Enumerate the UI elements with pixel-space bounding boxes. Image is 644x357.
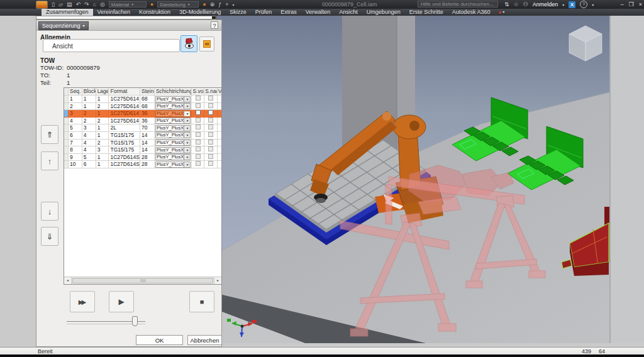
s-vor-checkbox[interactable] xyxy=(196,96,201,101)
s-nach-checkbox[interactable] xyxy=(208,161,213,166)
dialog-help-button[interactable]: ? xyxy=(211,21,218,29)
move-to-top-button[interactable]: ⇑ xyxy=(41,125,58,144)
tab-pruefen[interactable]: Prüfen xyxy=(251,9,277,16)
s-vor-checkbox[interactable] xyxy=(196,154,201,159)
col-schichtrichtung[interactable]: Schichtrichtung xyxy=(155,88,192,96)
tab-skizze[interactable]: Skizze xyxy=(225,9,251,16)
restore-button[interactable]: ❐ xyxy=(629,1,634,8)
col-lage[interactable]: Lage xyxy=(96,88,109,96)
play-button[interactable]: ▶ xyxy=(109,291,134,312)
richtung-dropdown[interactable]: PlusY_PlusX▼ xyxy=(155,132,191,138)
tab-erste-schritte[interactable]: Erste Schritte xyxy=(405,9,448,16)
s-vor-checkbox[interactable] xyxy=(196,161,201,166)
fast-forward-button[interactable]: ▶▶ xyxy=(70,291,95,312)
s-nach-checkbox[interactable] xyxy=(208,124,213,129)
s-nach-checkbox[interactable] xyxy=(208,140,213,145)
video-tutorials-button[interactable]: ● ▾ xyxy=(494,9,508,16)
chevron-down-icon[interactable]: ▾ xyxy=(232,3,234,7)
fx-icon[interactable]: ƒ xyxy=(218,0,221,9)
view-mode-field[interactable]: Ansicht xyxy=(43,39,180,52)
share-icon[interactable]: ⇅ xyxy=(504,1,509,8)
appearance-combo[interactable]: Darstellung ▾ xyxy=(157,1,199,8)
richtung-dropdown[interactable]: PlusY_PlusX▼ xyxy=(155,147,191,153)
table-horizontal-scrollbar[interactable]: ◂ ▸ xyxy=(64,277,221,284)
tab-3d-modellierung[interactable]: 3D-Modellierung xyxy=(175,9,225,16)
globe-icon[interactable]: ⊕ xyxy=(210,0,215,9)
visibility-toggle-button[interactable] xyxy=(180,35,197,52)
appearance-sphere-icon[interactable]: ● xyxy=(150,1,153,8)
move-down-button[interactable]: ↓ xyxy=(41,202,58,221)
redo-icon[interactable]: ↷ xyxy=(84,0,89,9)
chevron-down-icon[interactable]: ▾ xyxy=(592,3,594,7)
richtung-dropdown[interactable]: PlusY_PlusX▼ xyxy=(155,103,191,109)
sequenzierung-menu-button[interactable]: Sequenzierung ▾ xyxy=(38,21,89,30)
richtung-dropdown[interactable]: PlusY_PlusX▼ xyxy=(155,125,191,131)
inventor-app-icon[interactable] xyxy=(36,1,48,9)
new-file-icon[interactable]: ▯ xyxy=(52,0,55,9)
col-s-vor[interactable]: S.vor xyxy=(192,88,204,96)
open-folder-icon[interactable]: ▱ xyxy=(58,0,63,9)
panel-collapse-button[interactable] xyxy=(212,16,216,19)
richtung-dropdown[interactable]: PlusY_PlusX▼ xyxy=(155,111,191,117)
col-s-nach[interactable]: S.nach xyxy=(204,88,218,96)
col-format[interactable]: Format xyxy=(109,88,140,96)
material-combo[interactable]: Material ▾ xyxy=(109,1,147,8)
s-vor-checkbox[interactable] xyxy=(196,146,201,151)
user-icon[interactable]: ⚇ xyxy=(523,1,528,8)
cancel-button[interactable]: Abbrechen xyxy=(187,335,222,345)
table-row[interactable]: 8 4 3 TG15/175 14 PlusY_PlusX▼ xyxy=(64,146,221,154)
s-nach-checkbox[interactable] xyxy=(208,110,213,115)
s-vor-checkbox[interactable] xyxy=(196,118,201,123)
richtung-dropdown[interactable]: PlusY_PlusX▼ xyxy=(155,154,191,160)
table-row[interactable]: 7 4 2 TG15/175 14 PlusY_PlusX▼ xyxy=(64,140,221,147)
exchange-apps-icon[interactable]: X xyxy=(569,1,575,8)
table-row[interactable]: 2 1 2 1C275D614 68 PlusY_PlusX▼ xyxy=(64,103,221,111)
scroll-right-arrow-icon[interactable]: ▸ xyxy=(214,277,221,284)
save-icon[interactable]: ▤ xyxy=(67,0,72,9)
s-vor-checkbox[interactable] xyxy=(196,103,201,108)
move-up-button[interactable]: ↑ xyxy=(41,151,58,170)
move-to-bottom-button[interactable]: ⇓ xyxy=(41,227,58,246)
undo-icon[interactable]: ↶ xyxy=(75,0,80,9)
col-v[interactable]: V xyxy=(218,88,221,96)
scroll-left-arrow-icon[interactable]: ◂ xyxy=(64,277,72,284)
richtung-dropdown[interactable]: PlusY_PlusX▼ xyxy=(155,118,191,124)
tab-verwalten[interactable]: Verwalten xyxy=(301,9,335,16)
chevron-down-icon[interactable]: ▾ xyxy=(562,3,564,7)
speed-slider-thumb[interactable] xyxy=(132,316,138,326)
close-button[interactable]: × xyxy=(639,1,642,8)
stop-button[interactable]: ■ xyxy=(189,291,214,312)
tab-vereinfachen[interactable]: Vereinfachen xyxy=(93,9,135,16)
3d-viewport[interactable] xyxy=(216,16,644,343)
s-nach-checkbox[interactable] xyxy=(208,154,213,159)
col-block[interactable]: Block xyxy=(82,88,96,96)
col-steine[interactable]: Steine xyxy=(140,88,155,96)
table-row[interactable]: 4 2 2 1C275D614 36 PlusY_PlusX▼ xyxy=(64,118,221,125)
table-row[interactable]: 9 5 1 1C27D614S1 28 PlusY_PlusX▼ xyxy=(64,154,221,162)
orbit-icon[interactable]: ◎ xyxy=(100,0,105,9)
favorites-star-icon[interactable]: ☆ xyxy=(514,1,519,8)
richtung-dropdown[interactable]: PlusY_PlusX▼ xyxy=(155,96,191,102)
tab-extras[interactable]: Extras xyxy=(276,9,301,16)
s-vor-checkbox[interactable] xyxy=(196,140,201,145)
s-nach-checkbox[interactable] xyxy=(208,146,213,151)
tab-konstruktion[interactable]: Konstruktion xyxy=(135,9,175,16)
s-vor-checkbox[interactable] xyxy=(196,124,201,129)
s-nach-checkbox[interactable] xyxy=(208,96,213,101)
minimize-button[interactable]: – xyxy=(621,1,624,8)
render-sphere-icon[interactable]: ● xyxy=(203,1,206,8)
col-seq[interactable]: Seq. xyxy=(69,88,82,96)
tab-ansicht[interactable]: Ansicht xyxy=(335,9,362,16)
s-vor-checkbox[interactable] xyxy=(196,132,201,137)
table-row-selected[interactable]: 3 2 1 1C275D614 36 PlusY_PlusX▼ xyxy=(64,110,221,118)
help-icon[interactable]: ? xyxy=(580,1,587,8)
richtung-dropdown[interactable]: PlusY_PlusX▼ xyxy=(155,162,191,168)
rotate-90-button[interactable]: 90 xyxy=(199,36,214,52)
ok-button[interactable]: OK xyxy=(136,335,183,345)
tab-umgebungen[interactable]: Umgebungen xyxy=(362,9,405,16)
s-nach-checkbox[interactable] xyxy=(208,118,213,123)
s-vor-checkbox[interactable] xyxy=(196,110,201,115)
nav-plus-icon[interactable]: + xyxy=(225,0,228,9)
table-row[interactable]: 1 1 1 1C275D614 68 PlusY_PlusX▼ xyxy=(64,96,221,103)
table-row[interactable]: 5 3 1 2L 70 PlusY_PlusX▼ xyxy=(64,124,221,132)
